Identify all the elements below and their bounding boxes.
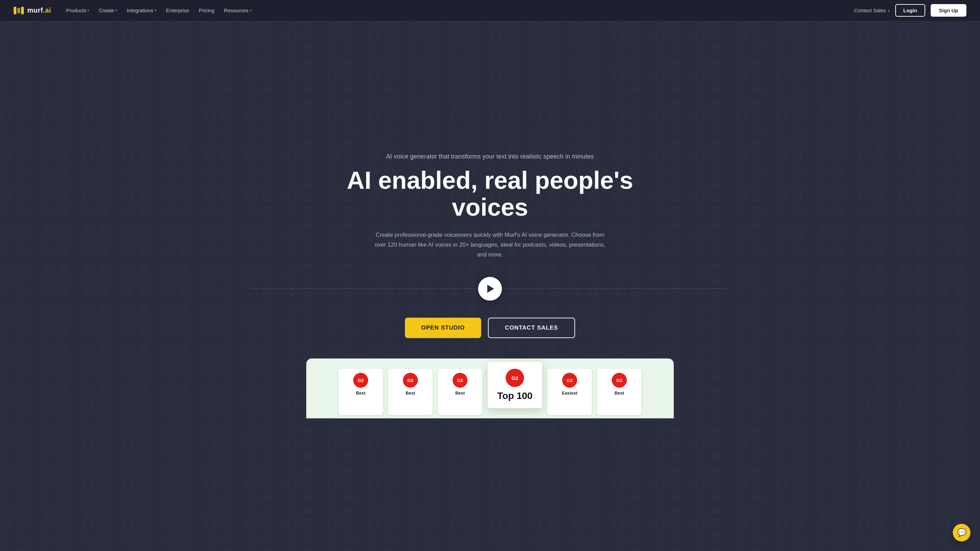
nav-label-products: Products bbox=[66, 8, 86, 13]
award-title-5: Easiest bbox=[562, 391, 578, 395]
contact-sales-button[interactable]: CONTACT SALES bbox=[488, 318, 575, 338]
navbar: murf.ai Products ▾ Create ▾ Integrations… bbox=[0, 0, 980, 21]
hero-subtitle: AI voice generator that transforms your … bbox=[386, 153, 594, 160]
nav-item-resources[interactable]: Resources ▾ bbox=[220, 5, 256, 16]
award-title-1: Best bbox=[356, 391, 366, 395]
cta-buttons: OPEN STUDIO CONTACT SALES bbox=[405, 318, 575, 338]
navbar-left: murf.ai Products ▾ Create ▾ Integrations… bbox=[14, 5, 256, 16]
play-button[interactable] bbox=[478, 277, 502, 301]
nav-label-pricing: Pricing bbox=[199, 8, 215, 13]
chevron-down-icon: ▾ bbox=[115, 8, 117, 12]
open-studio-button[interactable]: OPEN STUDIO bbox=[405, 318, 481, 338]
award-title-3: Best bbox=[455, 391, 465, 395]
chevron-down-icon: ▾ bbox=[250, 8, 251, 12]
nav-label-resources: Resources bbox=[224, 8, 248, 13]
nav-item-enterprise[interactable]: Enterprise bbox=[162, 5, 193, 16]
award-card-1: G2 Best bbox=[339, 369, 383, 415]
g2-badge-1: G2 bbox=[353, 373, 368, 388]
award-title-featured: Top 100 bbox=[497, 391, 533, 401]
logo-suffix: .ai bbox=[43, 6, 51, 14]
nav-item-create[interactable]: Create ▾ bbox=[95, 5, 121, 16]
contact-sales-label: Contact Sales bbox=[854, 8, 886, 13]
g2-badge-featured: G2 bbox=[506, 369, 524, 387]
chevron-down-icon: ▾ bbox=[88, 8, 89, 12]
chat-icon: 💬 bbox=[957, 528, 966, 537]
play-section bbox=[252, 277, 728, 301]
nav-links: Products ▾ Create ▾ Integrations ▾ Enter… bbox=[62, 5, 256, 16]
logo-bar-1 bbox=[14, 7, 16, 14]
hero-section: AI voice generator that transforms your … bbox=[0, 0, 980, 551]
logo-icon bbox=[14, 7, 24, 14]
award-card-5: G2 Easiest bbox=[547, 369, 592, 415]
award-title-2: Best bbox=[406, 391, 415, 395]
chevron-down-icon: ▾ bbox=[155, 8, 156, 12]
nav-label-enterprise: Enterprise bbox=[166, 8, 189, 13]
background-pattern bbox=[0, 0, 980, 551]
navbar-right: Contact Sales › Login Sign Up bbox=[854, 4, 966, 17]
g2-badge-3: G2 bbox=[453, 373, 468, 388]
arrow-right-icon: › bbox=[888, 8, 890, 13]
svg-rect-15 bbox=[0, 0, 980, 551]
award-card-2: G2 Best bbox=[388, 369, 433, 415]
logo-bar-3 bbox=[21, 7, 24, 14]
logo-bar-2 bbox=[18, 8, 20, 13]
contact-sales-nav-link[interactable]: Contact Sales › bbox=[854, 8, 889, 13]
play-icon bbox=[487, 285, 494, 293]
award-card-6: G2 Best bbox=[597, 369, 641, 415]
signup-button[interactable]: Sign Up bbox=[931, 4, 966, 17]
logo[interactable]: murf.ai bbox=[14, 6, 51, 14]
g2-badge-5: G2 bbox=[562, 373, 577, 388]
logo-text: murf.ai bbox=[27, 6, 51, 14]
awards-section: G2 Best G2 Best G2 Best G2 Top 100 G2 Ea… bbox=[306, 359, 674, 418]
nav-item-products[interactable]: Products ▾ bbox=[62, 5, 93, 16]
award-title-6: Best bbox=[614, 391, 624, 395]
award-card-3: G2 Best bbox=[438, 369, 482, 415]
chat-widget[interactable]: 💬 bbox=[953, 524, 970, 541]
login-button[interactable]: Login bbox=[895, 4, 926, 17]
nav-label-create: Create bbox=[99, 8, 114, 13]
nav-label-integrations: Integrations bbox=[127, 8, 153, 13]
award-card-featured: G2 Top 100 bbox=[488, 362, 542, 408]
g2-badge-6: G2 bbox=[612, 373, 627, 388]
hero-description: Create professional-grade voiceovers qui… bbox=[374, 230, 606, 260]
hero-title: AI enabled, real people's voices bbox=[337, 167, 643, 221]
nav-item-pricing[interactable]: Pricing bbox=[195, 5, 218, 16]
g2-badge-2: G2 bbox=[403, 373, 418, 388]
nav-item-integrations[interactable]: Integrations ▾ bbox=[123, 5, 160, 16]
